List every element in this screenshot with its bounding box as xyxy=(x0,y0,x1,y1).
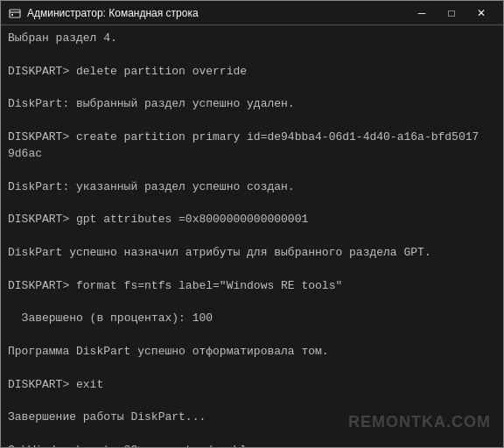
console-output: Выбран раздел 4. DISKPART> delete partit… xyxy=(8,31,496,447)
title-bar: Администратор: Командная строка ─ □ ✕ xyxy=(1,1,503,25)
console-area: Выбран раздел 4. DISKPART> delete partit… xyxy=(1,25,503,447)
svg-rect-0 xyxy=(10,10,20,18)
minimize-button[interactable]: ─ xyxy=(407,1,437,25)
cmd-window: Администратор: Командная строка ─ □ ✕ Вы… xyxy=(0,0,504,448)
maximize-button[interactable]: □ xyxy=(437,1,466,25)
window-icon xyxy=(8,6,22,20)
window-controls: ─ □ ✕ xyxy=(407,1,496,25)
svg-rect-2 xyxy=(11,14,13,16)
window-title: Администратор: Командная строка xyxy=(27,7,407,19)
close-button[interactable]: ✕ xyxy=(466,1,496,25)
